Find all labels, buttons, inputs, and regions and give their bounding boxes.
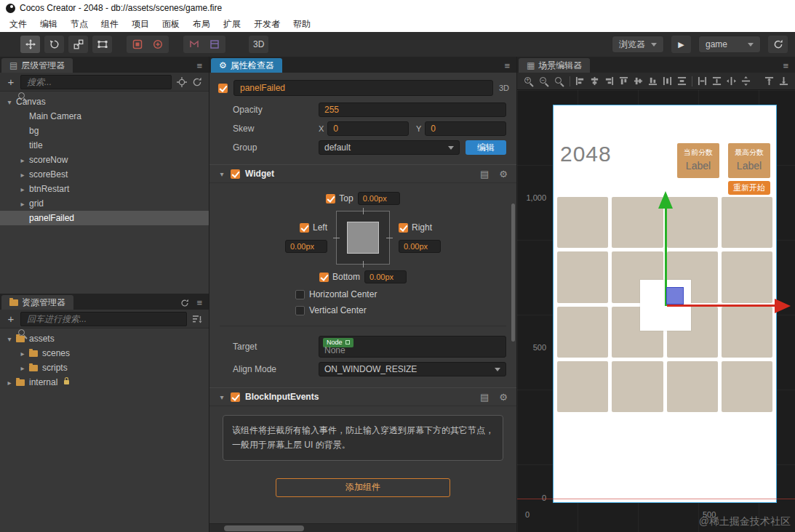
asset-folder-scenes[interactable]: ▸ scenes xyxy=(0,346,209,360)
menu-developer[interactable]: 开发者 xyxy=(247,18,287,31)
menu-component[interactable]: 组件 xyxy=(95,18,125,31)
horizontal-center-checkbox[interactable] xyxy=(295,290,305,299)
expand-h-icon[interactable] xyxy=(727,76,736,86)
tab-scene[interactable]: ▦ 场景编辑器 xyxy=(519,58,590,73)
add-node-button[interactable]: + xyxy=(7,76,15,88)
hierarchy-node-scorenow[interactable]: ▸ scoreNow xyxy=(0,153,209,167)
panel-menu-icon[interactable]: ≡ xyxy=(196,297,202,308)
rotate-tool-button[interactable] xyxy=(44,36,64,53)
add-component-button[interactable]: 添加组件 xyxy=(276,478,450,497)
plugin-target-button[interactable] xyxy=(149,36,167,53)
3d-mode-button[interactable]: 3D xyxy=(249,36,268,53)
distribute-v-icon[interactable] xyxy=(677,76,687,86)
node-active-checkbox[interactable] xyxy=(218,84,228,93)
hierarchy-node-canvas[interactable]: ▾ Canvas xyxy=(0,94,209,109)
bottom-checkbox[interactable] xyxy=(319,273,329,282)
panel-menu-icon[interactable]: ≡ xyxy=(783,60,788,71)
align-right-icon[interactable] xyxy=(604,76,614,86)
skew-x-input[interactable]: 0 xyxy=(327,121,409,136)
preview-target-dropdown[interactable]: 浏览器 xyxy=(612,36,664,53)
menu-project[interactable]: 项目 xyxy=(125,18,156,31)
widget-section-header[interactable]: ▾ Widget ▤ ⚙ xyxy=(209,164,516,183)
top-checkbox[interactable] xyxy=(326,194,335,203)
widget-bottom-toggle[interactable]: Bottom xyxy=(319,272,360,282)
vertical-center-toggle[interactable]: Vertical Center xyxy=(209,302,516,318)
refresh-device-button[interactable] xyxy=(768,36,788,53)
group-edit-button[interactable]: 编辑 xyxy=(466,140,506,155)
top-margin-input[interactable]: 0.00px xyxy=(358,192,400,205)
menu-edit[interactable]: 编辑 xyxy=(33,18,64,31)
snap-up-icon[interactable] xyxy=(764,76,774,86)
widget-left-toggle[interactable]: Left xyxy=(300,222,327,233)
vertical-center-checkbox[interactable] xyxy=(295,306,305,315)
blockinput-section-header[interactable]: ▾ BlockInputEvents ▤ ⚙ xyxy=(209,387,516,406)
align-bottom-icon[interactable] xyxy=(648,76,658,86)
hierarchy-node-grid[interactable]: ▸ grid xyxy=(0,196,209,211)
tab-inspector[interactable]: ⚙ 属性检查器 xyxy=(211,58,282,73)
caret-right-icon[interactable]: ▸ xyxy=(19,350,26,358)
sort-filter-icon[interactable] xyxy=(192,314,202,324)
caret-right-icon[interactable]: ▸ xyxy=(19,156,26,164)
hierarchy-node-btnrestart[interactable]: ▸ btnRestart xyxy=(0,182,209,196)
caret-right-icon[interactable]: ▸ xyxy=(19,185,26,193)
hierarchy-node-bg[interactable]: bg xyxy=(0,124,209,138)
opacity-input[interactable]: 255 xyxy=(319,102,506,117)
inspector-scrollbar[interactable] xyxy=(511,203,515,342)
component-gear-icon[interactable]: ⚙ xyxy=(499,169,508,180)
component-gear-icon[interactable]: ⚙ xyxy=(499,392,508,403)
left-checkbox[interactable] xyxy=(300,223,309,233)
widget-top-toggle[interactable]: Top xyxy=(326,193,353,203)
assets-search-input[interactable] xyxy=(20,312,187,326)
asset-folder-scripts[interactable]: ▸ scripts xyxy=(0,360,209,375)
caret-down-icon[interactable]: ▾ xyxy=(6,335,13,343)
hscroll-thumb[interactable] xyxy=(224,525,304,531)
skew-y-input[interactable]: 0 xyxy=(425,121,506,136)
gizmo-x-axis[interactable] xyxy=(667,305,775,307)
plugin-box-button[interactable] xyxy=(206,36,223,53)
left-margin-input[interactable]: 0.00px xyxy=(285,240,327,253)
refresh-assets-icon[interactable] xyxy=(180,299,189,307)
align-left-icon[interactable] xyxy=(575,76,585,86)
move-tool-button[interactable] xyxy=(20,36,40,53)
rect-tool-button[interactable] xyxy=(92,36,112,53)
hierarchy-node-title[interactable]: title xyxy=(0,138,209,153)
asset-folder-internal[interactable]: ▸ internal xyxy=(0,375,209,390)
device-select[interactable]: game xyxy=(698,36,761,53)
align-h-center-icon[interactable] xyxy=(590,76,599,86)
stretch-v-icon[interactable] xyxy=(712,76,722,86)
play-button[interactable]: ▶ xyxy=(671,36,691,53)
hierarchy-node-scorebest[interactable]: ▸ scoreBest xyxy=(0,167,209,182)
right-margin-input[interactable]: 0.00px xyxy=(399,240,441,253)
tab-assets[interactable]: 资源管理器 xyxy=(1,295,73,310)
caret-right-icon[interactable]: ▸ xyxy=(19,200,26,208)
menu-panel[interactable]: 面板 xyxy=(156,18,186,31)
gizmo-x-arrow-icon[interactable] xyxy=(775,299,791,313)
node-name-field[interactable]: panelFailed xyxy=(233,80,493,96)
horizontal-center-toggle[interactable]: Horizontal Center xyxy=(209,286,516,302)
bottom-margin-input[interactable]: 0.00px xyxy=(364,270,407,283)
zoom-reset-icon[interactable] xyxy=(554,76,564,86)
align-top-icon[interactable] xyxy=(619,76,628,86)
widget-right-toggle[interactable]: Right xyxy=(399,222,432,233)
blockinput-enabled-checkbox[interactable] xyxy=(231,392,240,402)
gizmo-y-arrow-icon[interactable] xyxy=(658,191,673,209)
caret-right-icon[interactable]: ▸ xyxy=(6,379,13,387)
snap-down-icon[interactable] xyxy=(779,76,788,86)
hierarchy-node-main-camera[interactable]: Main Camera xyxy=(0,109,209,124)
stretch-h-icon[interactable] xyxy=(698,76,707,86)
distribute-h-icon[interactable] xyxy=(663,76,672,86)
menu-file[interactable]: 文件 xyxy=(3,18,33,31)
target-node-field[interactable]: Node None xyxy=(319,336,506,358)
caret-right-icon[interactable]: ▸ xyxy=(19,364,26,372)
widget-enabled-checkbox[interactable] xyxy=(231,169,240,179)
plugin-mail-button[interactable] xyxy=(185,36,203,53)
menu-extension[interactable]: 扩展 xyxy=(217,18,247,31)
menu-help[interactable]: 帮助 xyxy=(287,18,317,31)
group-dropdown[interactable]: default xyxy=(319,140,460,155)
locate-node-icon[interactable] xyxy=(177,77,187,87)
expand-v-icon[interactable] xyxy=(741,76,751,86)
caret-right-icon[interactable]: ▸ xyxy=(19,171,26,179)
caret-down-icon[interactable]: ▾ xyxy=(218,393,225,401)
caret-down-icon[interactable]: ▾ xyxy=(6,98,13,106)
help-doc-icon[interactable]: ▤ xyxy=(480,392,489,403)
